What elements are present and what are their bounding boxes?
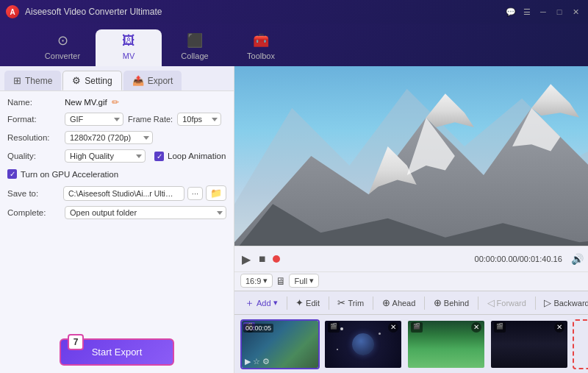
app-logo: A: [6, 5, 19, 18]
sub-tab-export[interactable]: 📤 Export: [123, 71, 182, 90]
format-label: Format:: [7, 115, 60, 124]
maximize-btn[interactable]: □: [553, 5, 566, 18]
add-label: Add: [257, 299, 271, 308]
sub-tabs: ⊞ Theme ⚙ Setting 📤 Export: [0, 66, 234, 91]
backward-btn[interactable]: ▷ Backward: [538, 295, 588, 310]
film-thumb-4-overlay: 🎬 ✕: [491, 321, 567, 334]
tab-toolbox[interactable]: 🧰 Toolbox: [228, 29, 294, 66]
save-to-row: Save to: ··· 📁: [7, 185, 226, 201]
edit-btn[interactable]: ✦ Edit: [290, 295, 326, 310]
menu-btn[interactable]: ☰: [520, 5, 534, 18]
resolution-row: Resolution: 1280x720 (720p) 1920x1080 (1…: [7, 131, 226, 144]
format-select[interactable]: GIF MP4 AVI MOV: [65, 113, 123, 126]
film-thumb-2-close[interactable]: ✕: [388, 322, 398, 333]
play-btn[interactable]: ▶: [240, 251, 252, 268]
nav-bar: ⊙ Converter 🖼 MV ⬛ Collage 🧰 Toolbox: [0, 24, 588, 66]
window-controls: 💬 ☰ ─ □ ✕: [504, 5, 582, 18]
film-thumb-1-controls: ▶ ☆ ⚙: [245, 357, 270, 366]
sub-tab-theme-label: Theme: [25, 76, 52, 86]
ahead-btn[interactable]: ⊕ Ahead: [376, 295, 422, 310]
sub-tab-theme[interactable]: ⊞ Theme: [4, 71, 61, 90]
filmstrip: 🎬 ✕ 00:00:05 ▶ ☆ ⚙: [234, 314, 588, 373]
loop-animation-label: Loop Animation: [168, 152, 226, 160]
behind-icon: ⊕: [434, 297, 442, 308]
view-mode-chevron: ▾: [309, 276, 314, 285]
open-folder-btn[interactable]: 📁: [206, 185, 226, 201]
converter-icon: ⊙: [57, 32, 68, 49]
quality-select[interactable]: High Quality Medium Quality Low Quality: [65, 149, 146, 163]
edit-label: Edit: [306, 299, 320, 308]
view-mode-select[interactable]: Full ▾: [289, 274, 319, 288]
tab-collage[interactable]: ⬛ Collage: [162, 29, 228, 66]
name-label: Name:: [7, 98, 60, 107]
quality-row: Quality: High Quality Medium Quality Low…: [7, 149, 226, 163]
film-thumb-2-overlay: 🎬 ✕: [325, 321, 401, 334]
film-play-icon-1[interactable]: ▶: [245, 357, 251, 366]
forward-btn[interactable]: ◁ Forward: [481, 295, 532, 310]
sub-tab-setting-label: Setting: [85, 76, 112, 86]
theme-icon: ⊞: [13, 75, 21, 86]
forward-icon: ◁: [487, 297, 495, 308]
film-star-icon-1[interactable]: ☆: [253, 357, 260, 366]
time-display: 00:00:00.00/00:01:40.16: [475, 255, 562, 263]
view-mode-value: Full: [294, 277, 307, 285]
name-value: New MV.gif: [65, 98, 107, 107]
film-thumb-3[interactable]: 🎬 ✕: [406, 319, 486, 369]
complete-row: Complete: Open output folder Do nothing …: [7, 206, 226, 219]
left-panel: ⊞ Theme ⚙ Setting 📤 Export Name: New MV.…: [0, 66, 234, 373]
trim-btn[interactable]: ✂ Trim: [331, 295, 370, 310]
volume-icon[interactable]: 🔊: [571, 253, 584, 265]
browse-dots-btn[interactable]: ···: [187, 187, 203, 200]
main-area: ⊞ Theme ⚙ Setting 📤 Export Name: New MV.…: [0, 66, 588, 373]
film-scissors-icon-1[interactable]: ⚙: [262, 357, 270, 366]
film-type-3: 🎬: [411, 322, 423, 333]
add-chevron: ▾: [273, 298, 278, 308]
stop-btn[interactable]: ⏹: [257, 252, 268, 266]
mv-icon: 🖼: [122, 33, 135, 49]
loop-animation-row: ✓ Loop Animation: [154, 152, 226, 161]
setting-icon: ⚙: [72, 75, 81, 86]
save-path-input[interactable]: [63, 186, 184, 201]
frame-rate-label: Frame Rate:: [128, 115, 173, 124]
sub-tab-setting[interactable]: ⚙ Setting: [62, 71, 121, 90]
film-add-btn[interactable]: +: [573, 319, 588, 369]
loop-animation-checkbox[interactable]: ✓: [154, 152, 164, 161]
film-thumb-4[interactable]: 🎬 ✕: [490, 319, 569, 369]
edit-name-icon[interactable]: ✏: [112, 97, 119, 107]
minimize-btn[interactable]: ─: [537, 5, 550, 18]
backward-label: Backward: [553, 299, 588, 308]
tab-converter-label: Converter: [45, 51, 80, 60]
collage-icon: ⬛: [187, 32, 203, 49]
chat-btn[interactable]: 💬: [504, 5, 517, 18]
backward-icon: ▷: [544, 297, 551, 308]
frame-rate-select[interactable]: 10fps 15fps 24fps 30fps: [177, 113, 221, 126]
format-row: Format: GIF MP4 AVI MOV Frame Rate: 10fp…: [7, 113, 226, 126]
record-indicator: [273, 255, 280, 263]
resolution-label: Resolution:: [7, 133, 60, 142]
film-thumb-2[interactable]: 🎬 ✕: [323, 319, 403, 369]
behind-label: Behind: [444, 299, 469, 308]
step-badge: 7: [68, 334, 84, 350]
tab-converter[interactable]: ⊙ Converter: [29, 29, 96, 66]
film-thumb-1[interactable]: 🎬 ✕ 00:00:05 ▶ ☆ ⚙: [240, 319, 320, 369]
ratio-select[interactable]: 16:9 ▾: [240, 274, 273, 288]
name-row: Name: New MV.gif ✏: [7, 97, 226, 107]
preview-svg: [234, 66, 588, 246]
trim-icon: ✂: [337, 297, 345, 308]
resolution-select[interactable]: 1280x720 (720p) 1920x1080 (1080p) 854x48…: [65, 131, 153, 144]
complete-select[interactable]: Open output folder Do nothing Shut down: [65, 206, 226, 219]
film-thumb-4-close[interactable]: ✕: [554, 322, 564, 333]
right-panel: DISRUP STOCKFOTO ▶ ⏹ 00:00:00.00/00:01:4…: [234, 66, 588, 373]
tab-mv[interactable]: 🖼 MV: [96, 29, 162, 66]
close-btn[interactable]: ✕: [569, 5, 582, 18]
form-area: Name: New MV.gif ✏ Format: GIF MP4 AVI M…: [0, 91, 234, 331]
film-type-2: 🎬: [328, 322, 340, 333]
add-btn[interactable]: ＋ Add ▾: [239, 294, 284, 312]
title-bar: A Aiseesoft Video Converter Ultimate 💬 ☰…: [0, 0, 588, 24]
behind-btn[interactable]: ⊕ Behind: [428, 295, 475, 310]
gpu-checkbox[interactable]: ✓: [7, 169, 17, 179]
film-thumb-3-close[interactable]: ✕: [471, 322, 481, 333]
tab-collage-label: Collage: [181, 51, 208, 60]
ahead-icon: ⊕: [382, 297, 390, 308]
ahead-label: Ahead: [392, 299, 416, 308]
